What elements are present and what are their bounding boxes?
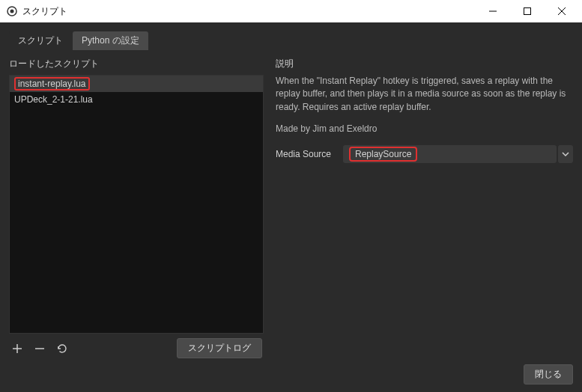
description-text-1: When the "Instant Replay" hotkey is trig… <box>276 75 573 114</box>
footer: 閉じる <box>6 363 576 386</box>
window-body: スクリプト Python の設定 ロードしたスクリプト instant-repl… <box>0 22 582 392</box>
svg-point-1 <box>10 10 14 13</box>
left-panel: ロードしたスクリプト instant-replay.lua UPDeck_2-1… <box>9 58 264 363</box>
script-log-button[interactable]: スクリプトログ <box>177 338 262 358</box>
media-source-row: Media Source ReplaySource <box>276 145 573 163</box>
window-controls <box>476 0 579 22</box>
window-title: スクリプト <box>22 5 476 18</box>
script-item-updeck[interactable]: UPDeck_2-1-21.lua <box>10 92 263 107</box>
script-name-highlight: instant-replay.lua <box>14 77 90 91</box>
app-icon <box>6 5 18 17</box>
script-item-instant-replay[interactable]: instant-replay.lua <box>10 76 263 92</box>
reload-script-icon[interactable] <box>55 342 69 355</box>
media-source-label: Media Source <box>276 149 336 159</box>
description-text-2: Made by Jim and Exeldro <box>276 123 573 135</box>
remove-script-icon[interactable] <box>33 342 46 355</box>
script-toolbar: スクリプトログ <box>9 334 264 363</box>
svg-rect-3 <box>524 8 531 15</box>
tab-python-settings[interactable]: Python の設定 <box>73 31 148 50</box>
description-label: 説明 <box>276 58 573 70</box>
media-source-value: ReplaySource <box>349 147 417 162</box>
minimize-button[interactable] <box>476 0 510 22</box>
tab-bar: スクリプト Python の設定 <box>9 31 576 50</box>
tab-scripts[interactable]: スクリプト <box>9 31 72 50</box>
close-dialog-button[interactable]: 閉じる <box>524 364 573 385</box>
loaded-scripts-label: ロードしたスクリプト <box>9 58 264 70</box>
maximize-button[interactable] <box>510 0 545 22</box>
content-area: ロードしたスクリプト instant-replay.lua UPDeck_2-1… <box>6 52 576 363</box>
media-source-select-wrap: ReplaySource <box>343 145 573 163</box>
media-source-select[interactable]: ReplaySource <box>343 145 557 163</box>
titlebar: スクリプト <box>0 0 582 22</box>
chevron-down-icon[interactable] <box>558 145 573 163</box>
add-script-icon[interactable] <box>10 342 24 355</box>
right-panel: 説明 When the "Instant Replay" hotkey is t… <box>276 58 573 363</box>
close-button[interactable] <box>545 0 579 22</box>
script-list[interactable]: instant-replay.lua UPDeck_2-1-21.lua <box>9 75 264 334</box>
